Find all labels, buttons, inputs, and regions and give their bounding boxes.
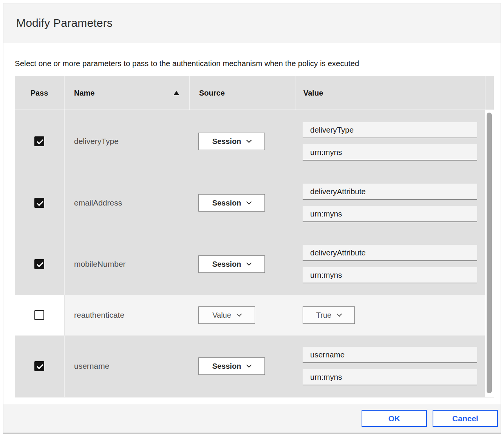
sort-ascending-icon xyxy=(173,91,179,95)
pass-checkbox[interactable] xyxy=(34,198,44,208)
parameter-name: emailAddress xyxy=(64,172,189,233)
scrollbar-thumb[interactable] xyxy=(487,113,492,393)
value-attribute-input[interactable] xyxy=(303,122,477,138)
chevron-down-icon xyxy=(246,138,252,143)
source-dropdown[interactable]: Session xyxy=(198,357,265,375)
scrollbar-track[interactable] xyxy=(485,110,494,397)
chevron-down-icon xyxy=(246,199,252,204)
table-row: emailAddress Session xyxy=(15,172,485,233)
pass-checkbox[interactable] xyxy=(34,361,44,371)
value-namespace-input[interactable] xyxy=(303,144,477,161)
chevron-down-icon xyxy=(237,311,242,317)
chevron-down-icon xyxy=(246,260,252,266)
column-header-pass: Pass xyxy=(15,76,64,110)
cancel-button[interactable]: Cancel xyxy=(433,410,498,427)
value-attribute-input[interactable] xyxy=(303,245,477,261)
source-dropdown[interactable]: Value xyxy=(198,306,255,324)
source-dropdown[interactable]: Session xyxy=(198,133,265,150)
parameter-name: username xyxy=(64,336,189,397)
source-dropdown[interactable]: Session xyxy=(198,255,265,273)
parameter-name: mobileNumber xyxy=(64,233,189,295)
value-namespace-input[interactable] xyxy=(303,267,477,283)
source-dropdown[interactable]: Session xyxy=(198,194,265,212)
pass-checkbox[interactable] xyxy=(34,136,44,146)
table-row: reauthenticate Value True xyxy=(15,295,485,336)
chevron-down-icon xyxy=(246,362,252,368)
table-body: deliveryType Session xyxy=(15,110,494,397)
dialog-description: Select one or more parameters to pass to… xyxy=(15,59,489,68)
chevron-down-icon xyxy=(337,311,342,317)
ok-button[interactable]: OK xyxy=(362,410,427,427)
parameters-table: Pass Name Source Value deliveryType xyxy=(15,76,494,397)
table-row: username Session xyxy=(15,336,485,397)
column-header-source[interactable]: Source xyxy=(189,76,295,110)
column-header-spacer xyxy=(485,76,494,110)
value-namespace-input[interactable] xyxy=(303,369,477,385)
value-dropdown[interactable]: True xyxy=(303,306,355,324)
value-namespace-input[interactable] xyxy=(303,206,477,222)
dialog-header: Modify Parameters xyxy=(3,3,501,43)
table-row: mobileNumber Session xyxy=(15,233,485,295)
pass-checkbox[interactable] xyxy=(34,310,44,320)
pass-checkbox[interactable] xyxy=(34,259,44,269)
value-attribute-input[interactable] xyxy=(303,347,477,363)
column-header-name[interactable]: Name xyxy=(64,76,189,110)
parameter-name: deliveryType xyxy=(64,110,189,172)
dialog-title: Modify Parameters xyxy=(16,17,113,29)
value-attribute-input[interactable] xyxy=(303,184,477,200)
column-header-value[interactable]: Value xyxy=(295,76,485,110)
dialog-footer: OK Cancel xyxy=(3,404,501,433)
modify-parameters-dialog: Modify Parameters Select one or more par… xyxy=(3,3,501,434)
table-row: deliveryType Session xyxy=(15,110,485,172)
table-header-row: Pass Name Source Value xyxy=(15,76,494,110)
parameter-name: reauthenticate xyxy=(64,295,189,336)
